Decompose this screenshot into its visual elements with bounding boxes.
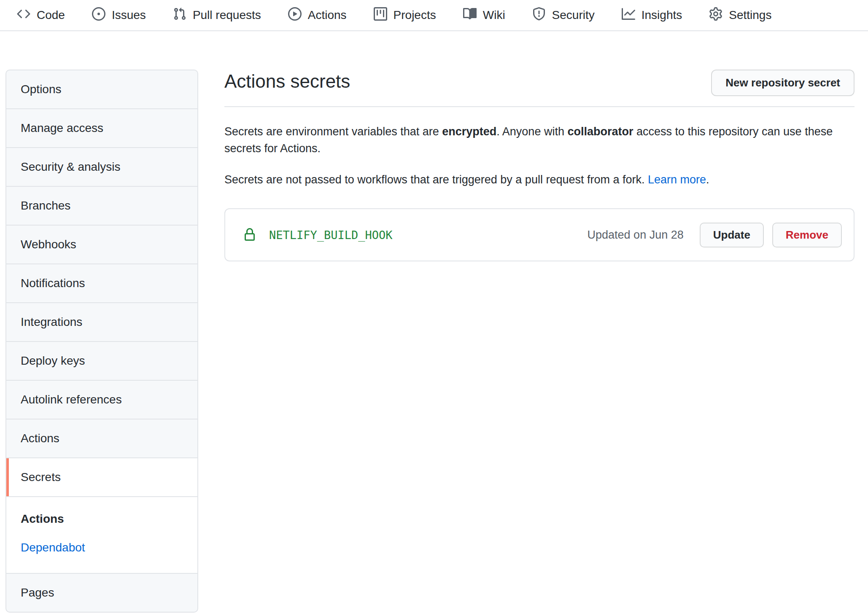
learn-more-link[interactable]: Learn more bbox=[648, 173, 706, 186]
fork-note-text: Secrets are not passed to workflows that… bbox=[224, 173, 648, 186]
nav-tab-label: Pull requests bbox=[193, 8, 261, 22]
nav-tab-insights[interactable]: Insights bbox=[622, 7, 682, 24]
sidebar-item-integrations[interactable]: Integrations bbox=[6, 302, 197, 341]
nav-tab-security[interactable]: Security bbox=[532, 7, 595, 24]
sidebar-subitem-actions[interactable]: Actions bbox=[21, 512, 187, 526]
settings-menu: Options Manage access Security & analysi… bbox=[5, 70, 198, 613]
header-divider bbox=[224, 106, 855, 107]
secrets-description: Secrets are environment variables that a… bbox=[224, 123, 855, 157]
nav-tab-label: Code bbox=[37, 8, 65, 22]
nav-tab-label: Projects bbox=[394, 8, 436, 22]
lock-icon bbox=[243, 228, 256, 242]
sidebar-item-security-analysis[interactable]: Security & analysis bbox=[6, 147, 197, 186]
nav-tab-label: Insights bbox=[642, 8, 682, 22]
gear-icon bbox=[709, 7, 722, 24]
code-icon bbox=[17, 7, 30, 24]
nav-tab-projects[interactable]: Projects bbox=[374, 7, 436, 24]
main-content: Actions secrets New repository secret Se… bbox=[224, 70, 855, 261]
secrets-list: NETLIFY_BUILD_HOOK Updated on Jun 28 Upd… bbox=[224, 208, 855, 261]
nav-tab-actions[interactable]: Actions bbox=[288, 7, 347, 24]
nav-tab-label: Settings bbox=[729, 8, 771, 22]
sidebar-item-notifications[interactable]: Notifications bbox=[6, 263, 197, 302]
page-title: Actions secrets bbox=[224, 70, 350, 93]
description-bold-encrypted: encrypted bbox=[442, 125, 496, 138]
main-header: Actions secrets New repository secret bbox=[224, 70, 855, 96]
remove-secret-button[interactable]: Remove bbox=[772, 223, 842, 247]
secrets-submenu: Actions Dependabot bbox=[6, 496, 197, 573]
project-board-icon bbox=[374, 7, 387, 24]
nav-tab-code[interactable]: Code bbox=[17, 7, 65, 24]
sidebar-item-actions[interactable]: Actions bbox=[6, 419, 197, 457]
sidebar-subitem-dependabot[interactable]: Dependabot bbox=[21, 541, 187, 554]
nav-tab-label: Issues bbox=[112, 8, 146, 22]
settings-sidebar: Options Manage access Security & analysi… bbox=[5, 70, 198, 613]
sidebar-item-options[interactable]: Options bbox=[6, 70, 197, 108]
nav-tab-pull-requests[interactable]: Pull requests bbox=[173, 7, 261, 24]
nav-tab-label: Security bbox=[552, 8, 595, 22]
description-text: . Anyone with bbox=[496, 125, 567, 138]
nav-tab-settings[interactable]: Settings bbox=[709, 7, 771, 24]
git-pull-request-icon bbox=[173, 7, 186, 24]
update-secret-button[interactable]: Update bbox=[700, 223, 764, 247]
nav-tab-label: Actions bbox=[308, 8, 347, 22]
secret-name: NETLIFY_BUILD_HOOK bbox=[269, 229, 393, 242]
sidebar-item-manage-access[interactable]: Manage access bbox=[6, 108, 197, 147]
sidebar-item-autolink-references[interactable]: Autolink references bbox=[6, 380, 197, 419]
nav-tab-label: Wiki bbox=[483, 8, 505, 22]
nav-tab-issues[interactable]: Issues bbox=[92, 7, 146, 24]
shield-icon bbox=[532, 7, 546, 24]
secret-actions: Update Remove bbox=[700, 223, 842, 247]
secret-updated-date: Updated on Jun 28 bbox=[588, 229, 684, 242]
description-text: Secrets are environment variables that a… bbox=[224, 125, 442, 138]
secret-row: NETLIFY_BUILD_HOOK Updated on Jun 28 Upd… bbox=[225, 209, 854, 261]
sidebar-item-secrets[interactable]: Secrets bbox=[6, 457, 197, 496]
repo-tab-nav: Code Issues Pull requests Actions Projec… bbox=[0, 0, 868, 31]
new-repository-secret-button[interactable]: New repository secret bbox=[711, 70, 855, 96]
issue-opened-icon bbox=[92, 7, 105, 24]
settings-layout: Options Manage access Security & analysi… bbox=[0, 31, 868, 613]
play-icon bbox=[288, 7, 302, 24]
fork-note-period: . bbox=[706, 173, 709, 186]
sidebar-item-deploy-keys[interactable]: Deploy keys bbox=[6, 341, 197, 380]
nav-tab-wiki[interactable]: Wiki bbox=[463, 7, 505, 24]
sidebar-item-webhooks[interactable]: Webhooks bbox=[6, 225, 197, 263]
sidebar-item-pages[interactable]: Pages bbox=[6, 573, 197, 612]
book-icon bbox=[463, 7, 477, 24]
fork-note: Secrets are not passed to workflows that… bbox=[224, 171, 855, 188]
description-bold-collaborator: collaborator bbox=[567, 125, 633, 138]
sidebar-item-branches[interactable]: Branches bbox=[6, 186, 197, 225]
graph-icon bbox=[622, 7, 635, 24]
